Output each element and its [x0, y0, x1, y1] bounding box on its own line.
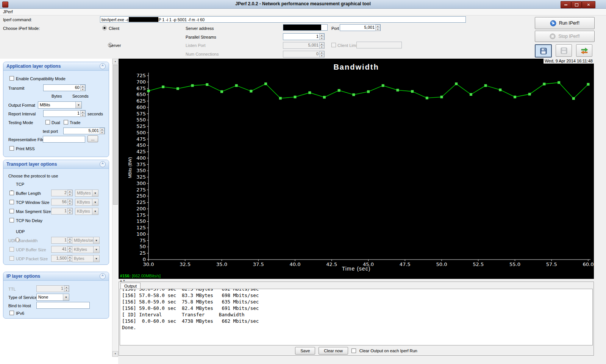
- output-format-value: MBits: [38, 102, 75, 108]
- ip-layer-header[interactable]: IP layer options ^: [3, 272, 109, 281]
- clear-now-button[interactable]: Clear now: [319, 347, 348, 355]
- svg-text:100: 100: [136, 231, 146, 237]
- svg-text:500: 500: [136, 130, 146, 135]
- udp-packet-spinner: 1,500 ▲▼: [51, 255, 73, 262]
- restore-defaults-button[interactable]: [576, 44, 592, 57]
- close-button[interactable]: ✕: [582, 1, 595, 8]
- output-panel: ▲▼ Output [156] 56.0-57.0 sec 82.5 MByte…: [119, 282, 594, 356]
- num-connections-value: 0: [283, 51, 319, 57]
- spin-up-icon[interactable]: ▲: [375, 25, 380, 28]
- spin-up-icon[interactable]: ▲: [80, 85, 85, 88]
- udp-bandwidth-unit-combo: MBytes/sec ▼: [72, 237, 100, 244]
- splitpane-toggle-icons[interactable]: ▲▼: [120, 279, 126, 282]
- run-iperf-button[interactable]: Run IPerf!: [535, 17, 595, 29]
- transmit-arrows[interactable]: ▲▼: [80, 85, 85, 91]
- application-layer-header[interactable]: Application layer options ^: [3, 62, 109, 71]
- save-button[interactable]: Save: [295, 347, 315, 355]
- client-mode-radio[interactable]: [102, 26, 107, 30]
- spin-up-icon[interactable]: ▲: [100, 128, 105, 131]
- test-port-value: 5,001: [64, 128, 100, 134]
- test-port-spinner[interactable]: 5,001 ▲▼: [63, 128, 105, 134]
- collapse-icon[interactable]: ^: [100, 161, 106, 167]
- save-output-secondary-button: [556, 44, 572, 57]
- type-of-service-combo[interactable]: None ▼: [36, 294, 69, 301]
- port-spinner-arrows[interactable]: ▲▼: [375, 25, 380, 31]
- application-layer-title: Application layer options: [6, 64, 61, 69]
- scroll-down-icon[interactable]: ▼: [112, 351, 118, 357]
- spin-up-icon[interactable]: ▲: [80, 110, 85, 114]
- buffer-length-label: Buffer Length: [16, 191, 41, 196]
- server-address-field[interactable]: [283, 24, 328, 31]
- max-segment-value: 1: [52, 208, 67, 214]
- scrollbar-thumb[interactable]: [113, 65, 118, 205]
- udp-buffer-value: 41: [52, 246, 67, 252]
- transport-layer-header[interactable]: Transport layer options ^: [3, 160, 109, 169]
- dropdown-arrow-icon[interactable]: ▼: [63, 294, 69, 300]
- svg-text:400: 400: [136, 155, 146, 161]
- max-segment-checkbox[interactable]: [9, 209, 14, 213]
- buffer-length-checkbox[interactable]: [9, 191, 14, 195]
- representative-file-field[interactable]: [43, 136, 85, 143]
- svg-text:425: 425: [136, 149, 146, 154]
- chart-timestamp: Wed, 9 Apr 2014 16:11:48: [544, 59, 594, 64]
- transport-layer-title: Transport layer options: [6, 162, 57, 167]
- scroll-up-icon[interactable]: ▲: [112, 59, 118, 64]
- clear-on-run-checkbox[interactable]: [351, 348, 356, 353]
- udp-buffer-checkbox: [9, 247, 14, 252]
- console-area[interactable]: [156] 56.0-57.0 sec 82.5 MBytes 692 Mbit…: [120, 289, 593, 345]
- report-interval-arrows[interactable]: ▲▼: [80, 110, 85, 117]
- title-bar: JPerf 2.0.2 - Network performance measur…: [0, 0, 606, 9]
- menu-bar: JPerf: [0, 9, 606, 16]
- options-sidebar: Application layer options ^ Enable Compa…: [0, 59, 118, 364]
- client-limit-label: Client Limit: [337, 43, 358, 48]
- spin-down-icon[interactable]: ▼: [375, 28, 380, 31]
- port-spinner[interactable]: 5,001 ▲▼: [340, 24, 381, 31]
- save-output-button[interactable]: [535, 44, 552, 58]
- trade-checkbox[interactable]: [64, 120, 68, 124]
- spin-down-icon[interactable]: ▼: [319, 37, 324, 40]
- output-format-combo[interactable]: MBits ▼: [38, 101, 82, 109]
- compatibility-mode-label: Enable Compatibility Mode: [16, 76, 66, 81]
- jperf-window: JPerf 2.0.2 - Network performance measur…: [0, 0, 606, 364]
- spin-down-icon[interactable]: ▼: [80, 88, 85, 91]
- menu-jperf[interactable]: JPerf: [3, 9, 13, 14]
- collapse-icon[interactable]: ^: [100, 273, 106, 279]
- svg-text:350: 350: [136, 168, 146, 173]
- svg-text:75: 75: [139, 238, 146, 243]
- bind-to-host-field[interactable]: [36, 302, 90, 309]
- transmit-seconds-label: Seconds: [72, 94, 89, 99]
- browse-button[interactable]: ...: [87, 135, 98, 142]
- client-mode-label: Client: [109, 26, 119, 31]
- tcp-window-unit-combo: KBytes ▼: [75, 199, 98, 206]
- sidebar-scrollbar[interactable]: ▲ ▼: [112, 59, 118, 357]
- tcp-no-delay-checkbox[interactable]: [9, 218, 14, 222]
- parallel-streams-arrows[interactable]: ▲▼: [319, 34, 324, 40]
- spin-down-icon: ▼: [67, 211, 72, 215]
- ipv6-checkbox[interactable]: [9, 311, 14, 315]
- transmit-spinner[interactable]: 60 ▲▼: [43, 84, 86, 91]
- report-interval-spinner[interactable]: 1 ▲▼: [43, 110, 86, 117]
- tcp-window-checkbox[interactable]: [9, 200, 14, 204]
- num-connections-arrows: ▲▼: [319, 51, 324, 57]
- svg-text:225: 225: [136, 199, 146, 205]
- port-label: Port: [331, 26, 339, 31]
- svg-text:50: 50: [139, 244, 146, 249]
- iperf-command-field[interactable]: bin/iperf.exe -c P 1 -i 1 -p 5001 -f m -…: [100, 16, 466, 23]
- ttl-label: TTL: [8, 287, 16, 292]
- spin-down-icon[interactable]: ▼: [80, 114, 85, 117]
- print-mss-checkbox[interactable]: [9, 146, 14, 151]
- spin-down-icon[interactable]: ▼: [100, 131, 105, 134]
- tab-output[interactable]: Output: [120, 283, 141, 289]
- dropdown-arrow-icon[interactable]: ▼: [75, 102, 81, 108]
- maximize-button[interactable]: [571, 1, 582, 8]
- test-port-arrows[interactable]: ▲▼: [100, 128, 105, 134]
- spin-up-icon[interactable]: ▲: [319, 34, 324, 37]
- udp-bandwidth-label: UDP Bandwidth: [8, 238, 37, 243]
- collapse-icon[interactable]: ^: [100, 63, 106, 69]
- udp-bandwidth-value: 1: [52, 237, 67, 243]
- minimize-button[interactable]: [561, 1, 571, 8]
- compatibility-mode-checkbox[interactable]: [9, 76, 14, 81]
- command-prefix: bin/iperf.exe -c: [102, 17, 129, 22]
- dual-checkbox[interactable]: [45, 120, 50, 124]
- parallel-streams-spinner[interactable]: 1 ▲▼: [283, 33, 325, 40]
